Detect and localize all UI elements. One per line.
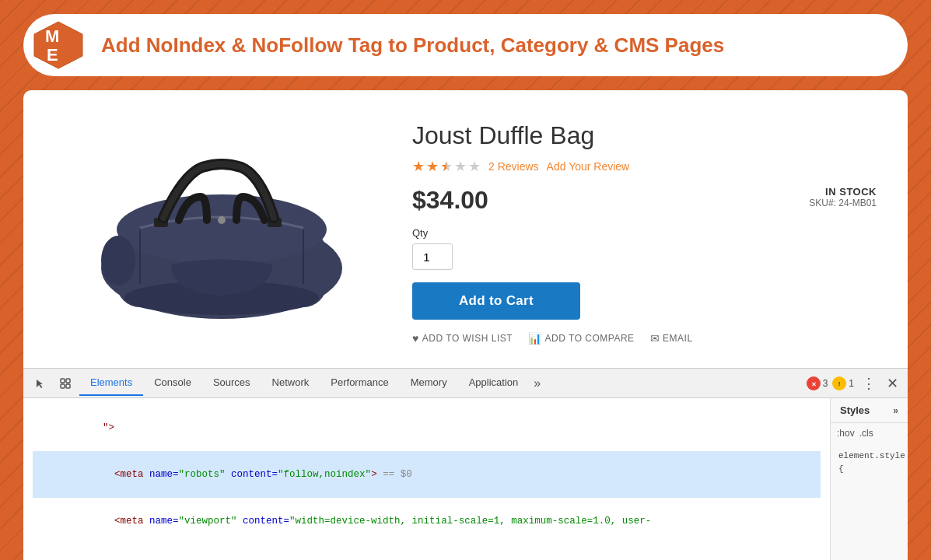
product-name: Joust Duffle Bag (412, 121, 877, 150)
devtools-panel: Elements Console Sources Network Perform… (23, 368, 908, 560)
devtools-cursor-icon[interactable] (30, 373, 51, 394)
devtools-more-tabs[interactable]: » (529, 376, 545, 390)
styles-header: Styles » (831, 398, 908, 423)
compare-icon: 📊 (528, 332, 542, 345)
email-icon: ✉ (650, 332, 660, 345)
error-indicator: ✕ 3 (807, 376, 828, 390)
qty-label: Qty (412, 227, 877, 239)
header-title: Add NoIndex & NoFollow Tag to Product, C… (101, 33, 724, 58)
tab-network[interactable]: Network (261, 370, 320, 396)
wish-list-label: ADD TO WISH LIST (422, 333, 513, 344)
devtools-code-area: "> <meta name="robots" content="follow,n… (23, 398, 830, 560)
styles-label: Styles (840, 404, 870, 416)
devtools-body: "> <meta name="robots" content="follow,n… (23, 398, 908, 560)
svg-text:!: ! (838, 380, 841, 387)
sku: SKU#: 24-MB01 (809, 198, 877, 208)
action-links: ♥ ADD TO WISH LIST 📊 ADD TO COMPARE ✉ EM… (412, 332, 877, 345)
devtools-tabs: Elements Console Sources Network Perform… (23, 369, 908, 398)
product-details: Joust Duffle Bag ★ ★ ★ ★ ★ 2 Reviews Add… (412, 114, 877, 345)
hov-filter[interactable]: :hov (837, 428, 855, 439)
stock-status: IN STOCK (809, 186, 877, 198)
tab-application[interactable]: Application (458, 370, 530, 396)
header-bar: M E Add NoIndex & NoFollow Tag to Produc… (23, 14, 908, 76)
warning-badge: ! (832, 376, 846, 390)
star-3: ★ (440, 158, 453, 175)
styles-filter-row: :hov .cls (831, 423, 908, 443)
svg-rect-14 (66, 379, 70, 383)
code-line-3: <meta name="viewport" content="width=dev… (33, 498, 821, 544)
svg-text:E: E (47, 45, 58, 65)
svg-point-5 (117, 194, 327, 264)
svg-text:M: M (45, 26, 59, 46)
compare-label: ADD TO COMPARE (545, 333, 635, 344)
warning-count: 1 (849, 378, 854, 389)
code-line-2[interactable]: <meta name="robots" content="follow,noin… (33, 451, 821, 498)
tab-console[interactable]: Console (143, 370, 202, 396)
code-line-3b: scalable=no"> (33, 544, 821, 560)
svg-rect-13 (61, 379, 65, 383)
star-5: ★ (468, 158, 481, 175)
tab-sources[interactable]: Sources (202, 370, 261, 396)
email-label: EMAIL (663, 333, 693, 344)
product-section: Joust Duffle Bag ★ ★ ★ ★ ★ 2 Reviews Add… (23, 90, 908, 368)
tab-memory[interactable]: Memory (400, 370, 458, 396)
warning-indicator: ! 1 (832, 376, 854, 390)
svg-point-12 (218, 216, 226, 224)
devtools-inspect-icon[interactable] (54, 373, 76, 394)
element-style-text: element.style { (838, 450, 900, 475)
code-line-1: "> (33, 404, 821, 451)
price: $34.00 (412, 186, 488, 215)
star-2: ★ (426, 158, 439, 175)
error-badge: ✕ (807, 376, 821, 390)
svg-rect-16 (66, 384, 70, 388)
styles-content: element.style { (831, 443, 908, 481)
heart-icon: ♥ (412, 332, 419, 345)
product-image-area (54, 114, 381, 345)
qty-input[interactable] (412, 243, 453, 270)
add-to-cart-button[interactable]: Add to Cart (412, 282, 580, 320)
price-stock-row: $34.00 IN STOCK SKU#: 24-MB01 (412, 186, 877, 215)
compare-link[interactable]: 📊 ADD TO COMPARE (528, 332, 635, 345)
devtools-close-icon[interactable]: ✕ (884, 375, 901, 392)
tab-elements[interactable]: Elements (79, 370, 143, 396)
svg-rect-15 (61, 384, 65, 388)
sku-label: SKU#: (809, 198, 836, 208)
devtools-styles-sidebar: Styles » :hov .cls element.style { (830, 398, 908, 560)
devtools-menu-icon[interactable]: ⋮ (859, 375, 879, 392)
product-image (70, 128, 366, 331)
star-4: ★ (454, 158, 467, 175)
main-card: Joust Duffle Bag ★ ★ ★ ★ ★ 2 Reviews Add… (23, 90, 908, 560)
error-count: 3 (823, 378, 828, 389)
star-1: ★ (412, 158, 425, 175)
logo: M E (31, 19, 86, 72)
email-link[interactable]: ✉ EMAIL (650, 332, 693, 345)
svg-text:✕: ✕ (810, 380, 816, 387)
sku-value: 24-MB01 (838, 198, 877, 208)
svg-point-11 (101, 236, 135, 285)
cls-filter[interactable]: .cls (859, 428, 873, 439)
rating-row: ★ ★ ★ ★ ★ 2 Reviews Add Your Review (412, 158, 877, 175)
stars: ★ ★ ★ ★ ★ (412, 158, 481, 175)
stock-sku: IN STOCK SKU#: 24-MB01 (809, 186, 877, 208)
wish-list-link[interactable]: ♥ ADD TO WISH LIST (412, 332, 513, 345)
reviews-count[interactable]: 2 Reviews (488, 160, 539, 173)
styles-chevron-icon[interactable]: » (893, 405, 898, 416)
add-review-link[interactable]: Add Your Review (547, 160, 630, 173)
tab-performance[interactable]: Performance (320, 370, 399, 396)
devtools-status-area: ✕ 3 ! 1 ⋮ ✕ (807, 375, 901, 392)
